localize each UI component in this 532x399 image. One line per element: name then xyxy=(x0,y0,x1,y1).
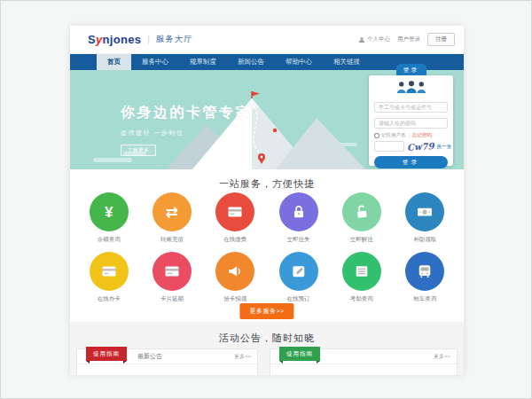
tab-latest-announcements[interactable]: 最新公告 xyxy=(137,352,162,361)
service-item-online-booking[interactable]: 在线预订 xyxy=(267,252,330,303)
login-panel: 登录 记住用户名 | 忘记密码 xyxy=(369,75,453,166)
nav-item-rules[interactable]: 规章制度 xyxy=(179,54,227,70)
account-input[interactable] xyxy=(374,102,448,113)
service-item-found-card[interactable]: 拾卡招领 xyxy=(204,252,267,303)
nav-item-service-center[interactable]: 服务中心 xyxy=(131,54,179,70)
tab-usage-guide[interactable]: 使用指南 xyxy=(86,347,127,361)
announcement-panels: 使用指南 最新公告 更多>> 使用指南 更多>> xyxy=(76,348,458,375)
password-input[interactable] xyxy=(374,118,448,129)
more-services-button[interactable]: 更多服务>> xyxy=(239,303,293,319)
panel-header: 使用指南 更多>> xyxy=(270,349,457,364)
service-item-card-renewal[interactable]: 卡片延期 xyxy=(140,252,203,303)
service-item-attendance[interactable]: 考勤查询 xyxy=(330,252,393,303)
user-login-link[interactable]: 用户登录 xyxy=(397,35,420,43)
banknote-icon xyxy=(405,192,444,231)
hero-text: 你身边的卡管专家 提供捷径 一步到位 了解更多 xyxy=(121,104,252,156)
nav-item-help-center[interactable]: 帮助中心 xyxy=(275,54,323,70)
divider: | xyxy=(409,133,410,138)
guide-panel-right: 使用指南 更多>> xyxy=(270,348,458,375)
nav-item-links[interactable]: 相关链接 xyxy=(323,54,371,70)
login-tab[interactable]: 登录 xyxy=(396,64,426,75)
panel-header: 使用指南 最新公告 更多>> xyxy=(77,349,257,364)
nav-item-home[interactable]: 首页 xyxy=(97,54,131,70)
services-section: 一站服务，方便快捷 ¥ 余额查询 ⇄ 转账充值 在线缴费 xyxy=(70,169,464,322)
captcha-refresh-link[interactable]: 换一张 xyxy=(436,144,451,150)
service-item-subsidy[interactable]: 补助领取 xyxy=(393,192,456,244)
yen-icon: ¥ xyxy=(90,192,129,231)
nav-item-news[interactable]: 新闻公告 xyxy=(227,54,275,70)
announcements-section: 活动公告，随时知晓 使用指南 最新公告 更多>> 使用指南 更多>> xyxy=(70,322,464,375)
more-link[interactable]: 更多>> xyxy=(434,353,450,361)
hero-subtitle: 提供捷径 一步到位 xyxy=(121,129,252,137)
site-name: 服务大厅 xyxy=(156,34,193,45)
captcha-row: Cw79 换一张 xyxy=(374,141,448,152)
cloud-shape xyxy=(93,158,132,162)
site-page: Synjones | 服务大厅 个人中心 用户登录 注册 首页 服务中心 规章制… xyxy=(70,26,464,375)
remember-label: 记住用户名 xyxy=(381,132,406,138)
topbar: Synjones | 服务大厅 个人中心 用户登录 注册 xyxy=(70,26,464,54)
remember-checkbox[interactable] xyxy=(374,133,379,138)
attendance-icon xyxy=(342,252,381,291)
captcha-image[interactable]: Cw79 xyxy=(407,140,434,152)
transfer-icon: ⇄ xyxy=(153,192,192,231)
hero-title: 你身边的卡管专家 xyxy=(121,104,252,122)
edit-icon xyxy=(279,252,318,291)
card-icon xyxy=(153,252,192,291)
logo-text: njones xyxy=(103,33,142,46)
hero-cta-button[interactable]: 了解更多 xyxy=(121,145,156,156)
more-link[interactable]: 更多>> xyxy=(234,353,251,361)
site-logo[interactable]: Synjones xyxy=(88,33,141,46)
bus-icon xyxy=(405,252,444,291)
unlock-icon xyxy=(342,192,381,231)
remember-row: 记住用户名 | 忘记密码 xyxy=(374,132,448,138)
card-icon xyxy=(90,252,129,291)
personal-center-link[interactable]: 个人中心 xyxy=(358,35,390,43)
logo-accent: y xyxy=(96,33,103,46)
logo-divider: | xyxy=(147,35,150,44)
card-icon xyxy=(215,192,254,231)
register-button[interactable]: 注册 xyxy=(427,33,455,46)
lock-icon xyxy=(279,192,318,231)
hero-banner: 你身边的卡管专家 提供捷径 一步到位 了解更多 登录 xyxy=(70,70,464,169)
services-title: 一站服务，方便快捷 xyxy=(70,169,464,191)
service-item-report-loss[interactable]: 立即挂失 xyxy=(267,192,330,244)
login-submit-button[interactable]: 登录 xyxy=(374,156,448,168)
service-item-apply-card[interactable]: 在线办卡 xyxy=(77,252,140,303)
service-item-balance[interactable]: ¥ 余额查询 xyxy=(77,192,140,244)
user-icon xyxy=(358,36,365,43)
megaphone-icon xyxy=(215,252,254,291)
services-grid: ¥ 余额查询 ⇄ 转账充值 在线缴费 立即挂失 xyxy=(77,192,457,311)
guide-panel-left: 使用指南 最新公告 更多>> xyxy=(76,348,258,375)
users-group-icon xyxy=(374,80,448,94)
logo-text: S xyxy=(88,33,96,46)
announcements-title: 活动公告，随时知晓 xyxy=(70,322,464,345)
service-item-transfer[interactable]: ⇄ 转账充值 xyxy=(140,192,203,244)
tab-usage-guide[interactable]: 使用指南 xyxy=(279,347,320,361)
service-item-cancel-loss[interactable]: 立即解挂 xyxy=(330,192,393,244)
forgot-password-link[interactable]: 忘记密码 xyxy=(412,132,432,138)
captcha-input[interactable] xyxy=(374,141,404,152)
topbar-right: 个人中心 用户登录 注册 xyxy=(358,33,455,46)
service-item-school-bus[interactable]: 校车查询 xyxy=(393,252,456,303)
page-canvas: Synjones | 服务大厅 个人中心 用户登录 注册 首页 服务中心 规章制… xyxy=(0,0,532,399)
service-item-pay-online[interactable]: 在线缴费 xyxy=(204,192,267,244)
